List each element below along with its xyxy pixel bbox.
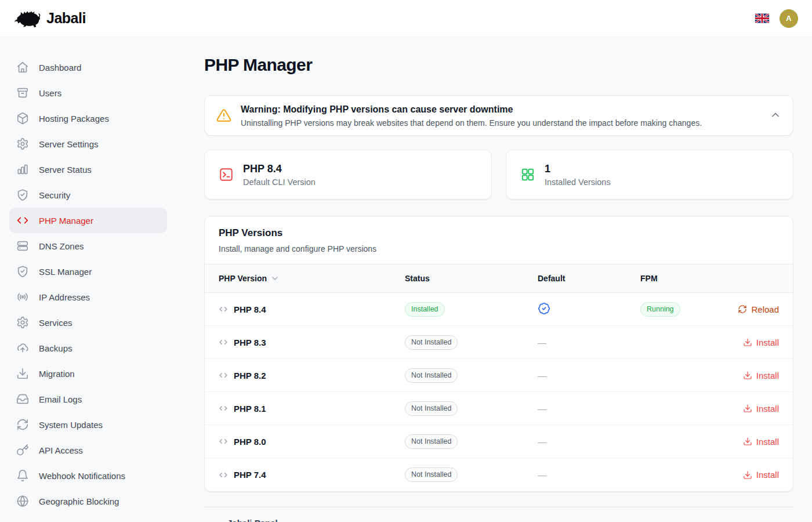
- status-badge: Not Installed: [405, 434, 458, 449]
- sidebar-item-email-logs[interactable]: Email Logs: [9, 386, 167, 412]
- stat-card-installed-versions: 1 Installed Versions: [506, 150, 793, 200]
- default-dash: —: [538, 371, 546, 380]
- default-dash: —: [538, 404, 546, 414]
- install-button[interactable]: Install: [743, 470, 793, 480]
- code-icon: [219, 470, 228, 480]
- sidebar-item-services[interactable]: Services: [9, 310, 167, 335]
- sidebar-item-hosting-packages[interactable]: Hosting Packages: [9, 106, 167, 131]
- sidebar-item-api-access[interactable]: API Access: [9, 437, 167, 463]
- install-button[interactable]: Install: [743, 371, 793, 380]
- stat-value: 1: [545, 163, 611, 175]
- sidebar-item-backups[interactable]: Backups: [9, 335, 167, 361]
- sidebar-item-webhook-notifications[interactable]: Webhook Notifications: [9, 463, 167, 488]
- column-header-status: Status: [405, 274, 538, 283]
- sidebar-item-dashboard[interactable]: Dashboard: [9, 55, 167, 80]
- badge-check-icon: [538, 302, 550, 315]
- sidebar-item-label: Migration: [39, 369, 75, 379]
- install-button[interactable]: Install: [743, 338, 793, 347]
- table-row: PHP 7.4 Not Installed — Install: [205, 458, 793, 491]
- default-dash: —: [538, 470, 546, 480]
- sidebar-item-ip-addresses[interactable]: IP Addresses: [9, 284, 167, 310]
- default-dash: —: [538, 338, 546, 347]
- action-label: Install: [756, 371, 779, 380]
- sidebar-item-label: Dashboard: [39, 63, 81, 72]
- sidebar-item-security[interactable]: Security: [9, 182, 167, 208]
- status-badge: Not Installed: [405, 335, 458, 350]
- table-title: PHP Versions: [219, 227, 779, 240]
- reload-button[interactable]: Reload: [738, 304, 793, 314]
- sidebar-item-label: System Updates: [39, 420, 103, 430]
- uk-flag-icon: [755, 13, 769, 23]
- radio-waves-icon: [16, 291, 29, 303]
- sidebar-item-label: API Access: [39, 445, 83, 455]
- sidebar-item-system-updates[interactable]: System Updates: [9, 412, 167, 437]
- stat-value: PHP 8.4: [243, 163, 316, 175]
- language-flag-button[interactable]: [755, 13, 769, 23]
- sidebar-item-dns-zones[interactable]: DNS Zones: [9, 233, 167, 259]
- chevron-down-icon: [270, 274, 280, 283]
- archive-icon: [16, 86, 29, 99]
- terminal-icon: [219, 167, 234, 182]
- key-icon: [16, 444, 29, 456]
- stat-label: Installed Versions: [545, 177, 611, 187]
- sidebar-item-label: Services: [39, 318, 72, 328]
- brand-logo[interactable]: Jabali: [14, 8, 86, 29]
- package-icon: [16, 112, 29, 125]
- code-icon: [219, 304, 228, 314]
- sidebar-item-migration[interactable]: Migration: [9, 361, 167, 386]
- warning-triangle-icon: [216, 108, 231, 123]
- table-row: PHP 8.4 Installed Running Reload: [205, 293, 793, 326]
- code-icon: [16, 214, 29, 227]
- gear-icon: [16, 137, 29, 150]
- warning-description: Uninstalling PHP versions may break webs…: [241, 118, 760, 128]
- sidebar-item-label: Hosting Packages: [39, 114, 109, 124]
- action-label: Reload: [751, 304, 779, 314]
- download-icon: [16, 367, 29, 380]
- stat-card-default-cli: PHP 8.4 Default CLI Version: [204, 150, 492, 200]
- top-header: Jabali A: [0, 0, 812, 37]
- sidebar-item-server-settings[interactable]: Server Settings: [9, 131, 167, 157]
- stat-label: Default CLI Version: [243, 177, 316, 187]
- sidebar-item-server-status[interactable]: Server Status: [9, 157, 167, 182]
- server-stack-icon: [16, 240, 29, 252]
- code-icon: [219, 437, 228, 446]
- user-avatar[interactable]: A: [780, 9, 798, 28]
- install-button[interactable]: Install: [743, 437, 793, 447]
- gear-icon: [16, 316, 29, 329]
- table-row: PHP 8.0 Not Installed — Install: [205, 425, 793, 458]
- download-icon: [743, 404, 752, 413]
- fpm-badge: Running: [640, 302, 680, 317]
- install-button[interactable]: Install: [743, 404, 793, 414]
- bell-icon: [16, 469, 29, 482]
- warning-title: Warning: Modifying PHP versions can caus…: [241, 104, 760, 115]
- sidebar-item-label: Email Logs: [39, 394, 82, 404]
- stats-row: PHP 8.4 Default CLI Version 1 Installed …: [204, 150, 793, 200]
- sidebar-item-label: SSL Manager: [39, 267, 92, 277]
- php-version-label: PHP 7.4: [234, 470, 266, 480]
- column-header-php-version[interactable]: PHP Version: [205, 274, 405, 283]
- sidebar-item-label: PHP Manager: [39, 216, 93, 226]
- inbox-icon: [16, 393, 29, 405]
- php-version-label: PHP 8.1: [234, 404, 266, 414]
- footer-title: Jabali Panel: [204, 518, 793, 522]
- code-icon: [219, 404, 228, 413]
- sidebar-item-ssl-manager[interactable]: SSL Manager: [9, 259, 167, 284]
- sidebar-item-users[interactable]: Users: [9, 80, 167, 106]
- refresh-icon: [16, 418, 29, 431]
- code-icon: [219, 338, 228, 347]
- status-badge: Not Installed: [405, 467, 458, 482]
- sidebar-item-php-manager[interactable]: PHP Manager: [9, 208, 167, 233]
- page-footer: Jabali Panel: [204, 507, 793, 522]
- sidebar-item-geographic-blocking[interactable]: Geographic Blocking: [9, 488, 167, 514]
- chevron-up-icon[interactable]: [770, 109, 781, 121]
- column-header-default: Default: [538, 274, 640, 283]
- code-icon: [219, 371, 228, 380]
- shield-check-icon: [16, 265, 29, 278]
- sidebar-item-label: Users: [39, 88, 61, 98]
- download-icon: [743, 338, 752, 347]
- php-version-label: PHP 8.2: [234, 371, 266, 380]
- sidebar-item-label: Geographic Blocking: [39, 496, 119, 506]
- status-badge: Installed: [405, 302, 445, 317]
- column-header-fpm: FPM: [640, 274, 793, 283]
- grid-icon: [520, 167, 535, 182]
